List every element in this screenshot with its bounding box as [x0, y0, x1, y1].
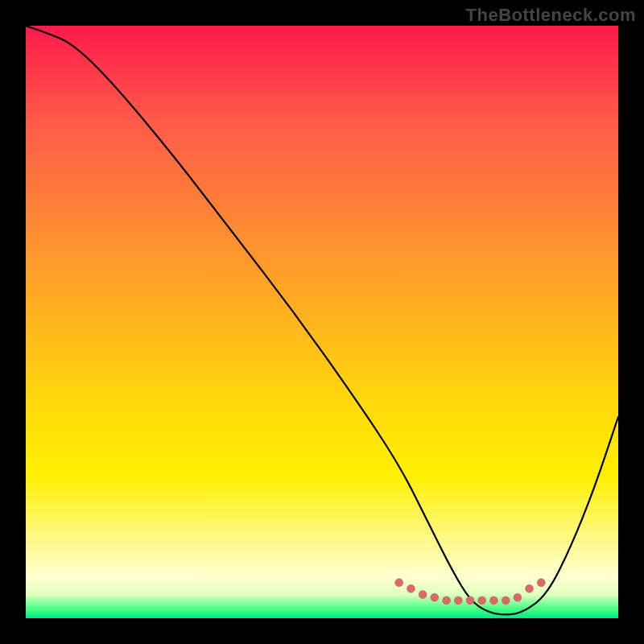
marker-dot — [443, 597, 451, 605]
watermark-text: TheBottleneck.com — [466, 5, 636, 26]
marker-dot — [395, 579, 403, 587]
bottleneck-curve-path — [26, 26, 618, 614]
marker-dot — [489, 597, 497, 605]
marker-dot — [478, 597, 486, 605]
marker-dot — [526, 584, 534, 592]
optimal-range-markers — [395, 579, 546, 605]
marker-dot — [537, 579, 545, 587]
marker-dot — [431, 593, 439, 601]
plot-area — [26, 26, 618, 618]
marker-dot — [502, 597, 510, 605]
marker-dot — [454, 597, 462, 605]
marker-dot — [466, 597, 474, 605]
curve-svg — [26, 26, 618, 618]
marker-dot — [407, 584, 415, 592]
marker-dot — [419, 591, 427, 599]
marker-dot — [514, 593, 522, 601]
bottleneck-chart: TheBottleneck.com — [0, 0, 644, 644]
